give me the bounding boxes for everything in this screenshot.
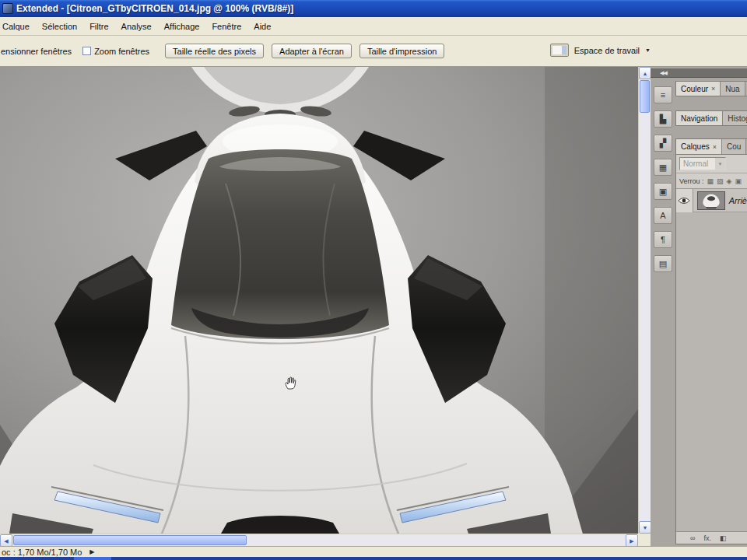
doc-size-text: oc : 1,70 Mo/1,70 Mo bbox=[2, 548, 82, 557]
app-icon[interactable] bbox=[2, 3, 13, 14]
chevron-down-icon: ▼ bbox=[645, 47, 651, 53]
layer-thumbnail[interactable] bbox=[697, 191, 725, 210]
lock-pixels-icon[interactable]: ▨ bbox=[717, 177, 724, 185]
zoom-windows-label: Zoom fenêtres bbox=[94, 47, 149, 56]
menu-selection[interactable]: Sélection bbox=[36, 19, 83, 34]
dock-header: ◀◀ bbox=[651, 68, 747, 78]
layers-list: Arriè bbox=[676, 189, 747, 531]
work-area: ▲ ▼ ◀ ▶ ◀◀ ≡ ▙ ▞ ▦ ▣ A ¶ ▤ bbox=[0, 67, 747, 546]
lock-transparency-icon[interactable]: ▦ bbox=[707, 177, 714, 185]
close-icon[interactable]: × bbox=[713, 143, 717, 151]
tab-couleur-label: Couleur bbox=[681, 85, 708, 93]
print-size-button[interactable]: Taille d'impression bbox=[359, 44, 445, 58]
scroll-right-button[interactable]: ▶ bbox=[626, 534, 638, 547]
lock-all-icon[interactable]: ▣ bbox=[735, 177, 742, 185]
navigator-panel-tabs: Navigation Histog bbox=[675, 110, 747, 126]
layer-style-icon[interactable]: fx. bbox=[703, 534, 711, 542]
chevron-down-icon: ▼ bbox=[715, 158, 725, 170]
layer-name: Arriè bbox=[729, 196, 747, 205]
info-panel-icon[interactable]: ▤ bbox=[654, 255, 672, 272]
tab-calques-label: Calques bbox=[681, 142, 710, 151]
photoshop-window: Extended - [Citroen_GTbyCITROEN_014.jpg … bbox=[0, 0, 747, 560]
fit-screen-button[interactable]: Adapter à l'écran bbox=[272, 44, 352, 58]
tab-histogramme[interactable]: Histog bbox=[723, 111, 747, 125]
horizontal-scrollbar[interactable]: ◀ ▶ bbox=[0, 534, 638, 546]
histogram-panel-icon[interactable]: ▙ bbox=[654, 110, 672, 128]
menu-aide[interactable]: Aide bbox=[247, 19, 277, 34]
swatches-panel-icon[interactable]: ▦ bbox=[654, 159, 672, 176]
layers-panel-footer: ∞ fx. ◧ bbox=[676, 531, 747, 544]
tab-couleur[interactable]: Couleur × bbox=[676, 82, 721, 96]
close-icon[interactable]: × bbox=[711, 85, 715, 93]
status-flyout-button[interactable]: ▶ bbox=[89, 548, 94, 555]
tab-couches[interactable]: Cou bbox=[722, 139, 746, 154]
paragraph-panel-icon[interactable]: ¶ bbox=[654, 231, 672, 248]
lock-position-icon[interactable]: ◈ bbox=[727, 177, 732, 185]
workspace-selector[interactable]: Espace de travail ▼ bbox=[550, 44, 651, 57]
scroll-up-button[interactable]: ▲ bbox=[639, 67, 651, 79]
taskbar-strip bbox=[0, 557, 747, 560]
scroll-left-button[interactable]: ◀ bbox=[0, 534, 12, 547]
menu-analyse[interactable]: Analyse bbox=[115, 19, 158, 34]
workspace-label: Espace de travail bbox=[574, 46, 640, 55]
layer-row-background[interactable]: Arriè bbox=[676, 189, 747, 212]
eye-icon bbox=[678, 196, 690, 205]
layers-panel-tabs: Calques × Cou bbox=[676, 139, 747, 155]
scrollbar-corner bbox=[638, 534, 651, 546]
titlebar[interactable]: Extended - [Citroen_GTbyCITROEN_014.jpg … bbox=[0, 0, 747, 17]
actual-pixels-button[interactable]: Taille réelle des pixels bbox=[165, 44, 264, 58]
menu-fenetre[interactable]: Fenêtre bbox=[205, 19, 247, 34]
workspace-icon bbox=[550, 44, 569, 57]
tab-nuancier[interactable]: Nua bbox=[721, 82, 745, 96]
tab-calques[interactable]: Calques × bbox=[676, 139, 722, 154]
menu-calque[interactable]: Calque bbox=[0, 19, 36, 34]
collapse-dock-button[interactable]: ◀◀ bbox=[660, 70, 667, 76]
character-panel-icon[interactable]: A bbox=[654, 207, 672, 224]
horizontal-scroll-thumb[interactable] bbox=[13, 535, 247, 545]
link-layers-icon[interactable]: ∞ bbox=[690, 534, 695, 542]
status-bar: oc : 1,70 Mo/1,70 Mo ▶ bbox=[0, 546, 747, 557]
vertical-scrollbar[interactable]: ▲ ▼ bbox=[638, 67, 651, 534]
menubar: Calque Sélection Filtre Analyse Affichag… bbox=[0, 17, 747, 36]
document-canvas[interactable] bbox=[0, 67, 638, 534]
zoom-windows-checkbox[interactable]: Zoom fenêtres bbox=[82, 47, 149, 56]
scroll-down-button[interactable]: ▼ bbox=[639, 521, 651, 534]
blend-mode-select[interactable]: Normal ▼ bbox=[679, 157, 726, 170]
clone-source-panel-icon[interactable]: ▣ bbox=[654, 183, 672, 200]
panel-icon-strip: ≡ ▙ ▞ ▦ ▣ A ¶ ▤ bbox=[652, 79, 674, 546]
lock-row: Verrou : ▦ ▨ ◈ ▣ bbox=[676, 173, 747, 189]
tab-navigation[interactable]: Navigation bbox=[676, 111, 723, 125]
checkbox-box[interactable] bbox=[82, 47, 91, 55]
layer-thumbnail-image bbox=[698, 192, 724, 209]
layer-visibility-toggle[interactable] bbox=[676, 189, 693, 212]
color-panel-tabs: Couleur × Nua bbox=[675, 81, 747, 96]
layer-mask-icon[interactable]: ◧ bbox=[720, 534, 727, 542]
menu-affichage[interactable]: Affichage bbox=[158, 19, 206, 34]
panel-dock: ◀◀ ≡ ▙ ▞ ▦ ▣ A ¶ ▤ Couleur × Nua bbox=[651, 67, 747, 546]
options-bar: ensionner fenêtres Zoom fenêtres Taille … bbox=[0, 36, 747, 67]
lock-label: Verrou : bbox=[679, 177, 704, 185]
blend-mode-row: Normal ▼ bbox=[676, 155, 747, 173]
layers-panel: Calques × Cou Normal ▼ Verrou : ▦ bbox=[675, 138, 747, 544]
window-title: Extended - [Citroen_GTbyCITROEN_014.jpg … bbox=[16, 3, 293, 14]
taskbar-button-fragment bbox=[74, 557, 111, 560]
styles-panel-icon[interactable]: ▞ bbox=[654, 135, 672, 152]
vertical-scroll-thumb[interactable] bbox=[640, 80, 650, 113]
panel-column: Couleur × Nua Navigation Histog Calques … bbox=[675, 78, 747, 546]
car-image bbox=[0, 67, 638, 534]
menu-filtre[interactable]: Filtre bbox=[83, 19, 114, 34]
color-sliders-panel-icon[interactable]: ≡ bbox=[654, 86, 672, 103]
blend-mode-value: Normal bbox=[680, 159, 715, 168]
resize-windows-checkbox-label[interactable]: ensionner fenêtres bbox=[1, 47, 72, 56]
